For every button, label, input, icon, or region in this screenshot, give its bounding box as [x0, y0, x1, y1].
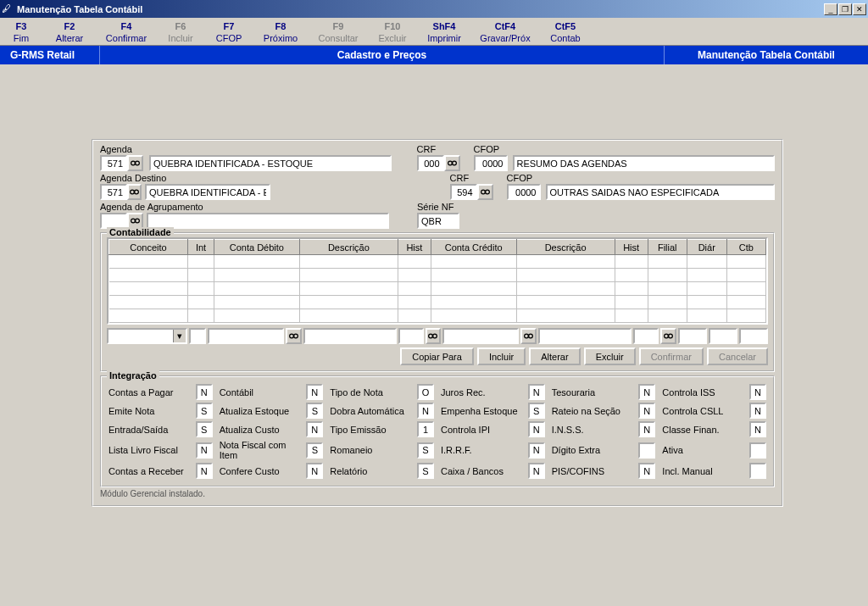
- int-value[interactable]: [638, 403, 655, 419]
- int-value[interactable]: [528, 384, 545, 400]
- maximize-button[interactable]: ❐: [838, 3, 852, 15]
- descricao-debito-input[interactable]: [303, 328, 397, 344]
- int-empenha-estoque: Empenha Estoque: [441, 403, 545, 419]
- int-value[interactable]: [749, 442, 766, 459]
- int-value[interactable]: [417, 403, 434, 419]
- ctb-input[interactable]: [739, 328, 768, 344]
- alterar-button[interactable]: Alterar: [529, 347, 580, 365]
- fkey-f3[interactable]: F3Fim: [0, 21, 42, 43]
- int-value[interactable]: [196, 403, 213, 419]
- fkey-f7[interactable]: F7CFOP: [205, 21, 253, 43]
- int-value[interactable]: [306, 421, 323, 437]
- conta-credito-input[interactable]: [442, 328, 519, 344]
- int-value[interactable]: [417, 442, 434, 459]
- int-relat-rio: Relatório: [330, 463, 434, 479]
- int-contas-a-receber: Contas a Receber: [108, 463, 213, 479]
- confirmar-button[interactable]: Confirmar: [639, 347, 704, 365]
- crf1-value[interactable]: [417, 155, 444, 171]
- conta-debito-lookup[interactable]: [286, 328, 302, 344]
- int-value[interactable]: [196, 421, 213, 437]
- crf1-lookup[interactable]: [444, 155, 460, 171]
- filial-input[interactable]: [678, 328, 707, 344]
- int-value[interactable]: [306, 463, 323, 479]
- int-value[interactable]: [749, 463, 766, 479]
- fkey-f2[interactable]: F2Alterar: [42, 21, 97, 43]
- int-value[interactable]: [638, 421, 655, 437]
- svg-rect-14: [135, 220, 136, 222]
- int-value[interactable]: [306, 442, 323, 459]
- cfop1-code[interactable]: [474, 155, 508, 171]
- excluir-button[interactable]: Excluir: [584, 347, 636, 365]
- agenda-lookup[interactable]: [127, 155, 143, 171]
- int-contas-a-pagar: Contas a Pagar: [108, 384, 213, 400]
- int-value[interactable]: [306, 384, 323, 400]
- agenda-dest-lookup[interactable]: [127, 184, 142, 200]
- table-row[interactable]: [109, 296, 766, 309]
- hist-credito-lookup[interactable]: [660, 328, 676, 344]
- int-value[interactable]: [528, 463, 545, 479]
- close-button[interactable]: ✕: [853, 3, 866, 15]
- diar-input[interactable]: [709, 328, 737, 344]
- int-input[interactable]: [189, 328, 206, 344]
- conceito-combo[interactable]: ▾: [107, 328, 187, 344]
- hist-debito-lookup[interactable]: [426, 328, 442, 344]
- hist-debito-input[interactable]: [398, 328, 424, 344]
- int-nota-fiscal-com-item: Nota Fiscal com Item: [220, 440, 324, 460]
- crf2-lookup[interactable]: [477, 184, 493, 200]
- titlebar: 🖋 Manutenção Tabela Contábil _ ❐ ✕: [0, 0, 868, 18]
- int-value[interactable]: [528, 403, 545, 419]
- agenda-code[interactable]: [100, 155, 127, 171]
- agenda-desc[interactable]: [149, 155, 392, 171]
- agenda-agrup-desc[interactable]: [147, 213, 389, 229]
- agenda-dest-desc[interactable]: [145, 184, 270, 200]
- int-caixa-bancos: Caixa / Bancos: [441, 463, 545, 479]
- int-value[interactable]: [638, 463, 655, 479]
- int-i-n-s-s-: I.N.S.S.: [552, 421, 656, 437]
- int-value[interactable]: [749, 384, 766, 400]
- int-value[interactable]: [749, 421, 766, 437]
- cfop1-desc[interactable]: [513, 155, 776, 171]
- crf2-value[interactable]: [450, 184, 477, 200]
- int-value[interactable]: [196, 442, 213, 459]
- int-value[interactable]: [638, 442, 655, 459]
- int-controla-ipi: Controla IPI: [441, 421, 545, 437]
- cancelar-button[interactable]: Cancelar: [707, 347, 768, 365]
- incluir-button[interactable]: Incluir: [477, 347, 526, 365]
- table-row[interactable]: [109, 282, 766, 296]
- cfop2-code[interactable]: [507, 184, 541, 200]
- int-value[interactable]: [417, 421, 434, 437]
- cfop2-label: CFOP: [507, 173, 541, 183]
- int-value[interactable]: [417, 463, 434, 479]
- svg-rect-23: [528, 336, 530, 337]
- int-value[interactable]: [749, 403, 766, 419]
- int-juros-rec-: Juros Rec.: [441, 384, 545, 400]
- minimize-button[interactable]: _: [824, 3, 837, 15]
- agenda-label: Agenda: [100, 144, 144, 154]
- table-row[interactable]: [109, 255, 766, 269]
- fkey-f8[interactable]: F8Próximo: [253, 21, 309, 43]
- copiar-para-button[interactable]: Copiar Para: [400, 347, 474, 365]
- int-controla-iss: Controla ISS: [662, 384, 766, 400]
- fkey-f4[interactable]: F4Confirmar: [97, 21, 156, 43]
- fkey-ctf4[interactable]: CtF4Gravar/Próx: [471, 21, 539, 43]
- table-row[interactable]: [109, 269, 766, 282]
- fkey-ctf5[interactable]: CtF5Contab: [539, 21, 592, 43]
- int-value[interactable]: [638, 384, 655, 400]
- int-value[interactable]: [528, 442, 545, 459]
- int-value[interactable]: [417, 384, 434, 400]
- int-value[interactable]: [528, 421, 545, 437]
- fkey-shf4[interactable]: ShF4Imprimir: [417, 21, 471, 43]
- table-row[interactable]: [109, 309, 766, 323]
- serie-nf-value[interactable]: [417, 213, 459, 229]
- cfop2-desc[interactable]: [546, 184, 776, 200]
- agenda-dest-code[interactable]: [100, 184, 127, 200]
- descricao-credito-input[interactable]: [538, 328, 632, 344]
- int-value[interactable]: [306, 403, 323, 419]
- int-value[interactable]: [196, 384, 213, 400]
- col-10: Ctb: [726, 240, 766, 255]
- conta-debito-input[interactable]: [208, 328, 284, 344]
- hist-credito-input[interactable]: [633, 328, 659, 344]
- int-value[interactable]: [196, 463, 213, 479]
- conta-credito-lookup[interactable]: [520, 328, 537, 344]
- fkey-f10: F10Excluir: [368, 21, 417, 43]
